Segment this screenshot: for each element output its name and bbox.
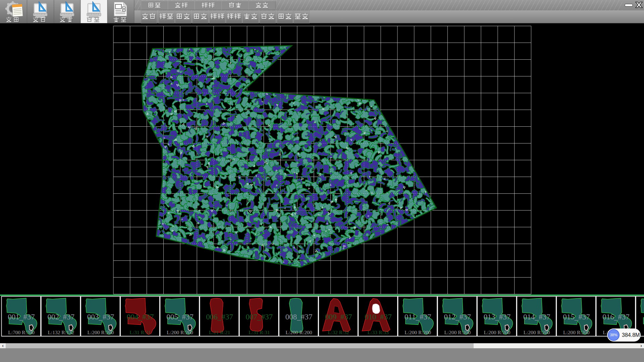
svg-text:008_#37: 008_#37 [285, 313, 313, 321]
svg-text:L:132 R:132: L:132 R:132 [48, 329, 74, 335]
svg-text:013_#37: 013_#37 [484, 313, 511, 321]
svg-text:016_#37: 016_#37 [602, 313, 630, 321]
svg-text:L:200 R:200: L:200 R:200 [444, 329, 471, 335]
svg-text:010_#37: 010_#37 [365, 313, 392, 321]
svg-text:L:200 R:200: L:200 R:200 [563, 329, 590, 335]
svg-text:L:200 R:200: L:200 R:200 [286, 329, 312, 335]
svg-text:002_#37: 002_#37 [48, 313, 75, 321]
svg-text:L:33 R:33: L:33 R:33 [368, 329, 389, 335]
svg-text:006_#37: 006_#37 [206, 313, 233, 321]
svg-text:011_#37: 011_#37 [405, 313, 431, 321]
svg-text:003_#37: 003_#37 [87, 313, 114, 321]
svg-text:005_#37: 005_#37 [166, 313, 194, 321]
svg-text:L:200 R:200: L:200 R:200 [524, 329, 550, 335]
svg-text:014_#37: 014_#37 [523, 313, 550, 321]
svg-text:L:700 R:700: L:700 R:700 [8, 329, 35, 335]
svg-text:L:31 R:31: L:31 R:31 [249, 329, 270, 335]
svg-text:L:200 R:200: L:200 R:200 [484, 329, 511, 335]
svg-text:L:32 R:32: L:32 R:32 [328, 329, 349, 335]
svg-text:004_#37: 004_#37 [127, 313, 154, 321]
svg-text:001_#37: 001_#37 [8, 313, 35, 321]
svg-text:015_#37: 015_#37 [563, 313, 590, 321]
svg-text:L:200 R:200: L:200 R:200 [167, 329, 193, 335]
svg-text:L:200 R:200: L:200 R:200 [88, 329, 114, 335]
svg-text:007_#37: 007_#37 [246, 313, 273, 321]
svg-text:009_#37: 009_#37 [325, 313, 352, 321]
svg-text:L:21 R:21: L:21 R:21 [209, 329, 230, 335]
svg-text:L:200 R:200: L:200 R:200 [405, 329, 431, 335]
svg-text:L:31 R:31: L:31 R:31 [130, 329, 151, 335]
svg-text:012_#37: 012_#37 [444, 313, 471, 321]
